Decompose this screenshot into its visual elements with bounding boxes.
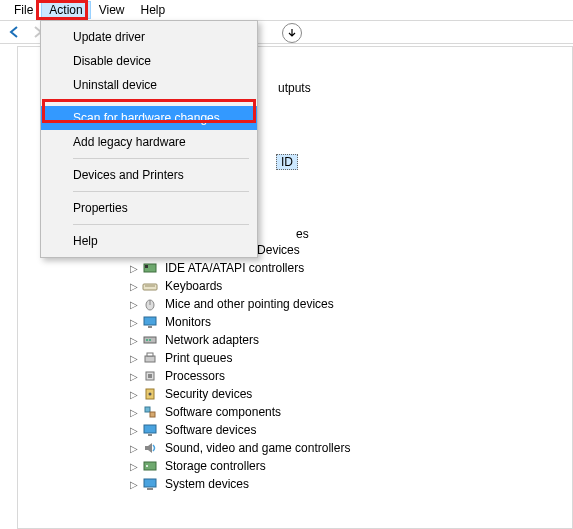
tree-row-security[interactable]: ▷ Security devices — [18, 385, 572, 403]
menu-scan-hardware[interactable]: Scan for hardware changes — [41, 106, 257, 130]
svg-rect-11 — [148, 326, 152, 328]
tree-label: Sound, video and game controllers — [163, 441, 352, 455]
tree-label: System devices — [163, 477, 251, 491]
svg-rect-18 — [148, 374, 152, 378]
menu-separator — [73, 158, 249, 159]
menu-file[interactable]: File — [6, 1, 41, 19]
menu-separator — [73, 224, 249, 225]
tree-row-swcomponents[interactable]: ▷ Software components — [18, 403, 572, 421]
ide-icon — [142, 260, 158, 276]
menu-help[interactable]: Help — [41, 229, 257, 253]
svg-rect-25 — [144, 462, 156, 470]
tree-label: Print queues — [163, 351, 234, 365]
expand-icon[interactable]: ▷ — [128, 370, 140, 382]
menu-help[interactable]: Help — [133, 1, 174, 19]
system-icon — [142, 476, 158, 492]
tree-row-processors[interactable]: ▷ Processors — [18, 367, 572, 385]
tree-row-storage[interactable]: ▷ Storage controllers — [18, 457, 572, 475]
tree-label: Network adapters — [163, 333, 261, 347]
svg-rect-5 — [145, 265, 148, 268]
svg-rect-22 — [150, 412, 155, 417]
tree-label: Storage controllers — [163, 459, 268, 473]
menu-separator — [73, 101, 249, 102]
arrow-left-icon — [8, 25, 22, 39]
menu-view[interactable]: View — [91, 1, 133, 19]
menu-action[interactable]: Action — [41, 1, 90, 19]
storage-icon — [142, 458, 158, 474]
expand-icon[interactable]: ▷ — [128, 442, 140, 454]
tree-row-sound[interactable]: ▷ Sound, video and game controllers — [18, 439, 572, 457]
expand-icon[interactable]: ▷ — [128, 298, 140, 310]
expand-icon[interactable]: ▷ — [128, 280, 140, 292]
tree-label: Software devices — [163, 423, 258, 437]
expand-icon[interactable]: ▷ — [128, 424, 140, 436]
tree-peek-selected: ID — [276, 154, 298, 170]
action-dropdown: Update driver Disable device Uninstall d… — [40, 20, 258, 258]
menu-uninstall-device[interactable]: Uninstall device — [41, 73, 257, 97]
svg-rect-10 — [144, 317, 156, 325]
expand-icon[interactable]: ▷ — [128, 352, 140, 364]
expand-icon[interactable]: ▷ — [128, 262, 140, 274]
tree-row-ide[interactable]: ▷ IDE ATA/ATAPI controllers — [18, 259, 572, 277]
svg-rect-6 — [143, 284, 157, 290]
tree-row-keyboards[interactable]: ▷ Keyboards — [18, 277, 572, 295]
sound-icon — [142, 440, 158, 456]
software-components-icon — [142, 404, 158, 420]
expand-icon[interactable]: ▷ — [128, 388, 140, 400]
expand-icon[interactable]: ▷ — [128, 316, 140, 328]
tree-row-system[interactable]: ▷ System devices — [18, 475, 572, 493]
expand-icon[interactable]: ▷ — [128, 406, 140, 418]
tree-row-swdevices[interactable]: ▷ Software devices — [18, 421, 572, 439]
svg-rect-21 — [145, 407, 150, 412]
svg-rect-15 — [145, 356, 155, 362]
tree-row-mice[interactable]: ▷ Mice and other pointing devices — [18, 295, 572, 313]
svg-point-20 — [149, 393, 152, 396]
menu-properties[interactable]: Properties — [41, 196, 257, 220]
tree-label: Processors — [163, 369, 227, 383]
svg-point-13 — [146, 339, 148, 341]
down-arrow-icon — [287, 28, 297, 38]
menu-update-driver[interactable]: Update driver — [41, 25, 257, 49]
tree-label: Software components — [163, 405, 283, 419]
mouse-icon — [142, 296, 158, 312]
back-button[interactable] — [6, 23, 24, 41]
menu-disable-device[interactable]: Disable device — [41, 49, 257, 73]
svg-rect-24 — [148, 434, 152, 436]
svg-rect-27 — [144, 479, 156, 487]
expand-icon[interactable]: ▷ — [128, 334, 140, 346]
tree-label: Keyboards — [163, 279, 224, 293]
svg-point-26 — [146, 465, 148, 467]
expand-icon[interactable]: ▷ — [128, 460, 140, 472]
cpu-icon — [142, 368, 158, 384]
tree-label: Mice and other pointing devices — [163, 297, 336, 311]
network-icon — [142, 332, 158, 348]
monitor-icon — [142, 314, 158, 330]
svg-rect-23 — [144, 425, 156, 433]
menu-devices-printers[interactable]: Devices and Printers — [41, 163, 257, 187]
menubar: File Action View Help — [0, 0, 573, 20]
tree-row-network[interactable]: ▷ Network adapters — [18, 331, 572, 349]
tree-row-monitors[interactable]: ▷ Monitors — [18, 313, 572, 331]
tree-label: Security devices — [163, 387, 254, 401]
printer-icon — [142, 350, 158, 366]
svg-rect-28 — [147, 488, 153, 490]
security-icon — [142, 386, 158, 402]
tree-label: Monitors — [163, 315, 213, 329]
expand-icon[interactable]: ▷ — [128, 478, 140, 490]
tree-label: IDE ATA/ATAPI controllers — [163, 261, 306, 275]
menu-separator — [73, 191, 249, 192]
tree-row-printqueues[interactable]: ▷ Print queues — [18, 349, 572, 367]
svg-rect-16 — [147, 353, 153, 356]
keyboard-icon — [142, 278, 158, 294]
svg-point-14 — [149, 339, 151, 341]
toolbar-refresh[interactable] — [282, 23, 302, 43]
tree-peek-outputs: utputs — [278, 81, 311, 95]
menu-add-legacy[interactable]: Add legacy hardware — [41, 130, 257, 154]
software-devices-icon — [142, 422, 158, 438]
